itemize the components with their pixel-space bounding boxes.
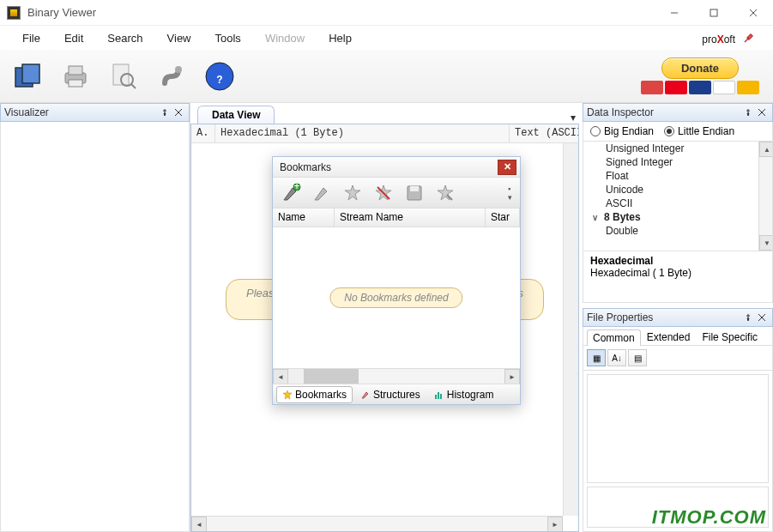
menu-window[interactable]: Window: [253, 28, 317, 48]
goto-bookmark-button[interactable]: [338, 180, 367, 206]
fileprops-body: Common Extended File Specific ▦ A↓ ▤: [583, 327, 773, 532]
inspector-list[interactable]: Unsigned Integer Signed Integer Float Un…: [583, 142, 773, 251]
brand: proXoft: [702, 29, 763, 47]
tab-structures[interactable]: Structures: [354, 386, 426, 403]
dataview-columns: A. Hexadecimal (1 Byte) Text (ASCII: [191, 124, 578, 143]
tab-dataview[interactable]: Data View: [197, 106, 275, 124]
card-icon: [689, 81, 711, 94]
categorize-button[interactable]: ▦: [587, 349, 606, 366]
tab-file-specific[interactable]: File Specific: [696, 329, 764, 345]
visualizer-panel: Visualizer: [0, 103, 190, 532]
col-name[interactable]: Name: [273, 209, 335, 227]
star-bookmark-button[interactable]: [431, 180, 460, 206]
scroll-track[interactable]: [759, 157, 772, 235]
window-title: Binary Viewer: [27, 6, 96, 19]
col-text[interactable]: Text (ASCII: [510, 124, 578, 142]
scroll-left-icon[interactable]: ◄: [273, 369, 288, 384]
menu-tools[interactable]: Tools: [203, 28, 253, 48]
menu-help[interactable]: Help: [317, 28, 364, 48]
fileprops-toolbar: ▦ A↓ ▤: [583, 346, 772, 371]
menu-view[interactable]: View: [155, 28, 203, 48]
svg-marker-23: [345, 185, 360, 200]
fileprops-header: File Properties: [583, 308, 773, 327]
visualizer-header: Visualizer: [0, 103, 190, 122]
list-item[interactable]: Unicode: [583, 183, 772, 196]
col-hex[interactable]: Hexadecimal (1 Byte): [215, 124, 510, 142]
fileprops-list[interactable]: [587, 374, 769, 483]
bookmarks-empty-message: No Bookmarks defined: [329, 287, 462, 308]
menubar: File Edit Search View Tools Window Help …: [0, 26, 773, 50]
radio-big-endian[interactable]: Big Endian: [590, 125, 654, 137]
app-icon: [7, 6, 21, 20]
menu-file[interactable]: File: [10, 28, 52, 48]
visualizer-title: Visualizer: [4, 106, 158, 118]
properties-button[interactable]: ▤: [628, 349, 647, 366]
tab-common[interactable]: Common: [587, 329, 641, 346]
dataview-dropdown-icon[interactable]: ▾: [564, 112, 583, 124]
col-star[interactable]: Star: [486, 209, 520, 227]
scroll-thumb[interactable]: [304, 369, 359, 384]
menu-search[interactable]: Search: [95, 28, 154, 48]
save-bookmarks-button[interactable]: [400, 180, 429, 206]
edit-bookmark-button[interactable]: [307, 180, 336, 206]
list-item[interactable]: ASCII: [583, 196, 772, 210]
sort-button[interactable]: A↓: [607, 349, 626, 366]
bookmarks-close-button[interactable]: ✕: [498, 160, 516, 175]
svg-rect-27: [410, 186, 419, 191]
list-item[interactable]: Unsigned Integer: [583, 142, 772, 155]
scroll-track[interactable]: [359, 369, 504, 384]
horizontal-scrollbar[interactable]: ◄ ►: [191, 516, 563, 531]
scroll-left-icon[interactable]: ◄: [191, 517, 207, 532]
bookmarks-panel[interactable]: Bookmarks ✕ + ▪▾ Name Stream Name Star N…: [272, 156, 521, 405]
settings-button[interactable]: [151, 56, 192, 97]
fileprops-title: File Properties: [587, 311, 741, 323]
vertical-scrollbar[interactable]: [563, 143, 578, 516]
visualizer-body: [0, 122, 190, 532]
list-item[interactable]: Float: [583, 169, 772, 183]
minimize-button[interactable]: [655, 0, 694, 26]
open-file-button[interactable]: [7, 56, 48, 97]
col-address[interactable]: A.: [191, 124, 215, 142]
list-item[interactable]: Double: [583, 224, 772, 238]
pushpin-icon: [742, 31, 756, 45]
list-group[interactable]: 8 Bytes: [583, 210, 772, 224]
hex-header: Hexadecimal: [590, 255, 765, 267]
payment-cards: [641, 81, 759, 94]
horizontal-scrollbar[interactable]: ◄ ►: [273, 368, 520, 384]
scroll-right-icon[interactable]: ►: [504, 369, 520, 384]
close-panel-icon[interactable]: [755, 106, 769, 119]
find-button[interactable]: [103, 56, 144, 97]
close-panel-icon[interactable]: [172, 106, 185, 119]
bookmarks-titlebar[interactable]: Bookmarks ✕: [273, 157, 520, 178]
delete-bookmark-button[interactable]: [369, 180, 398, 206]
col-stream-name[interactable]: Stream Name: [335, 209, 486, 227]
tab-histogram[interactable]: Histogram: [428, 386, 500, 403]
help-button[interactable]: ?: [199, 56, 240, 97]
close-button[interactable]: [734, 0, 773, 26]
menu-edit[interactable]: Edit: [52, 28, 95, 48]
tab-extended[interactable]: Extended: [641, 329, 697, 345]
list-item[interactable]: Signed Integer: [583, 155, 772, 169]
maximize-button[interactable]: [694, 0, 734, 26]
pin-icon[interactable]: [158, 106, 172, 119]
add-bookmark-button[interactable]: +: [276, 180, 305, 206]
pin-icon[interactable]: [741, 311, 755, 324]
hex-readout: Hexadecimal Hexadecimal ( 1 Byte): [583, 251, 773, 303]
close-panel-icon[interactable]: [755, 311, 769, 324]
svg-rect-5: [22, 64, 39, 83]
bookmarks-columns: Name Stream Name Star: [273, 209, 520, 227]
hex-value: Hexadecimal ( 1 Byte): [590, 267, 765, 279]
vertical-scrollbar[interactable]: ▲ ▼: [758, 142, 772, 251]
donate-button[interactable]: Donate: [661, 57, 739, 79]
bookmarks-options-icon[interactable]: ▪▾: [508, 184, 516, 202]
bookmarks-list[interactable]: No Bookmarks defined: [273, 227, 520, 368]
scroll-down-icon[interactable]: ▼: [759, 235, 773, 251]
tab-bookmarks[interactable]: Bookmarks: [276, 386, 353, 403]
endian-selector: Big Endian Little Endian: [583, 122, 773, 142]
scroll-right-icon[interactable]: ►: [547, 517, 563, 532]
radio-little-endian[interactable]: Little Endian: [664, 125, 734, 137]
print-button[interactable]: [55, 56, 96, 97]
scroll-up-icon[interactable]: ▲: [759, 142, 773, 157]
pin-icon[interactable]: [741, 106, 755, 119]
scroll-track[interactable]: [207, 517, 547, 531]
